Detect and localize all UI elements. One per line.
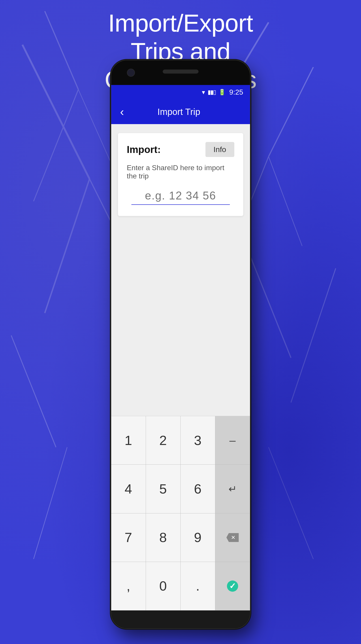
key-enter[interactable]: ↵ [215, 465, 250, 513]
wifi-icon: ▾ [202, 88, 205, 96]
key-backspace[interactable] [215, 514, 250, 562]
hero-line1: Import/Export [0, 9, 361, 37]
backspace-icon [226, 533, 239, 542]
key-1[interactable]: 1 [111, 416, 146, 465]
card-header: Import: Info [127, 142, 234, 157]
key-1-label: 1 [125, 433, 132, 448]
key-9-label: 9 [194, 530, 201, 545]
key-0-label: 0 [159, 578, 167, 594]
front-camera [127, 69, 135, 77]
app-bar: ‹ Import Trip [111, 100, 250, 124]
info-button[interactable]: Info [205, 142, 234, 157]
content-area: Import: Info Enter a ShareID here to imp… [111, 124, 250, 416]
key-period[interactable]: . [181, 562, 215, 610]
key-5-label: 5 [159, 481, 167, 497]
key-7-label: 7 [125, 530, 132, 545]
import-card: Import: Info Enter a ShareID here to imp… [118, 133, 243, 216]
phone-frame: ▾ ▮▮▯ 🔋 9:25 ‹ Import Trip Import: [111, 60, 250, 628]
key-period-label: . [196, 578, 200, 594]
key-dash-label: – [229, 434, 236, 447]
key-enter-label: ↵ [228, 483, 237, 495]
phone-bottom [111, 610, 250, 628]
share-id-input-container[interactable] [131, 189, 230, 205]
key-2-label: 2 [159, 433, 167, 448]
phone-screen: ▾ ▮▮▯ 🔋 9:25 ‹ Import Trip Import: [111, 85, 250, 610]
key-9[interactable]: 9 [181, 514, 215, 562]
card-description: Enter a ShareID here to import the trip [127, 164, 234, 180]
key-comma-label: , [126, 578, 130, 594]
check-icon [227, 580, 238, 592]
numeric-keyboard: 1 2 3 – 4 5 6 [111, 416, 250, 610]
key-6-label: 6 [194, 481, 201, 497]
back-button[interactable]: ‹ [118, 104, 126, 120]
signal-icon: ▮▮▯ [208, 89, 216, 96]
share-id-input[interactable] [131, 189, 230, 202]
key-4-label: 4 [125, 481, 132, 497]
key-2[interactable]: 2 [146, 416, 181, 465]
key-4[interactable]: 4 [111, 465, 146, 513]
key-0[interactable]: 0 [146, 562, 181, 610]
app-title: Import Trip [131, 107, 227, 117]
status-bar: ▾ ▮▮▯ 🔋 9:25 [111, 85, 250, 100]
key-comma[interactable]: , [111, 562, 146, 610]
key-6[interactable]: 6 [181, 465, 215, 513]
key-8-label: 8 [159, 530, 167, 545]
key-5[interactable]: 5 [146, 465, 181, 513]
key-3-label: 3 [194, 433, 201, 448]
key-8[interactable]: 8 [146, 514, 181, 562]
phone-top [111, 60, 250, 85]
key-confirm[interactable] [215, 562, 250, 610]
import-label: Import: [127, 144, 161, 155]
status-icons: ▾ ▮▮▯ 🔋 [202, 88, 226, 96]
status-time: 9:25 [229, 88, 243, 96]
battery-icon: 🔋 [218, 89, 226, 96]
speaker [163, 70, 199, 74]
key-3[interactable]: 3 [181, 416, 215, 465]
key-dash[interactable]: – [215, 416, 250, 465]
key-7[interactable]: 7 [111, 514, 146, 562]
phone-inner: ▾ ▮▮▯ 🔋 9:25 ‹ Import Trip Import: [111, 60, 250, 628]
